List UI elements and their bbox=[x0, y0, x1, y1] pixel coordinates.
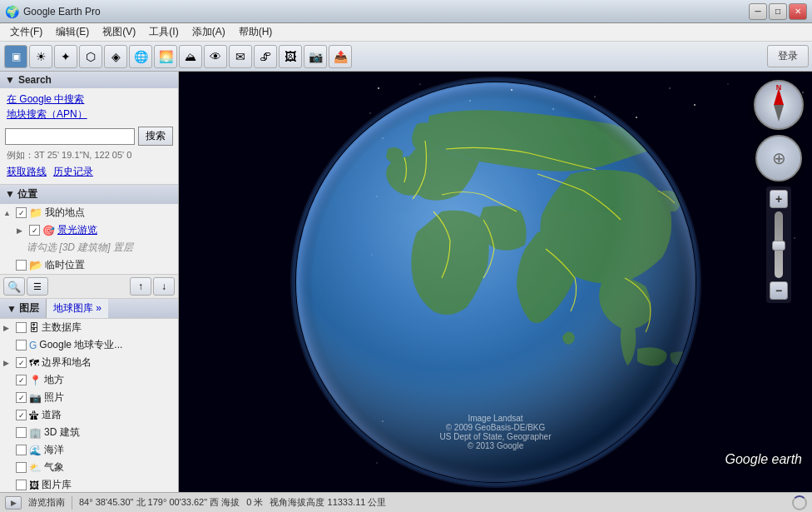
sightseeing-checkbox[interactable] bbox=[29, 225, 40, 236]
layer-3d-checkbox[interactable] bbox=[16, 427, 27, 438]
building-icon: 🏢 bbox=[29, 427, 42, 439]
move-up-btn[interactable]: ↑ bbox=[130, 277, 151, 296]
temp-places-checkbox[interactable] bbox=[16, 260, 27, 271]
menu-add[interactable]: 添加(A) bbox=[186, 23, 232, 41]
my-places-checkbox[interactable] bbox=[16, 207, 27, 218]
list-places-btn[interactable]: ☰ bbox=[27, 277, 48, 296]
toolbar-cam-btn[interactable]: 📷 bbox=[304, 45, 327, 68]
layer-roads-checkbox[interactable] bbox=[16, 410, 27, 420]
layer-google[interactable]: G Google 地球专业... bbox=[0, 336, 178, 354]
toolbar-terrain-btn[interactable]: ⛰ bbox=[179, 45, 202, 68]
places-header[interactable]: ▼ 位置 bbox=[0, 185, 178, 204]
layer-borders-checkbox[interactable] bbox=[16, 357, 27, 368]
places-toolbar: 🔍 ☰ ↑ ↓ bbox=[0, 274, 178, 298]
pan-control[interactable] bbox=[755, 135, 802, 181]
toolbar-sun-btn[interactable]: ☀ bbox=[29, 45, 52, 68]
menu-view[interactable]: 视图(V) bbox=[96, 23, 142, 41]
layer-ocean-label: 海洋 bbox=[44, 443, 64, 457]
layers-tab[interactable]: ▼ 图层 bbox=[0, 299, 46, 318]
search-button[interactable]: 搜索 bbox=[138, 127, 173, 146]
road-icon: 🛣 bbox=[29, 410, 39, 421]
search-example: 例如：3T 25' 19.1"N, 122 05' 0 bbox=[0, 147, 178, 163]
login-button[interactable]: 登录 bbox=[767, 45, 809, 67]
toolbar-link-btn[interactable]: 🖇 bbox=[254, 45, 277, 68]
layer-gallery[interactable]: 🖼 图片库 bbox=[0, 476, 178, 492]
earth-globe[interactable] bbox=[280, 72, 712, 492]
minimize-button[interactable]: ─ bbox=[749, 3, 767, 20]
sightseeing-item[interactable]: ▶ 🎯 景光游览 bbox=[0, 221, 178, 239]
titlebar: 🌍 Google Earth Pro ─ □ ✕ bbox=[0, 0, 812, 23]
toolbar-sky-btn[interactable]: 👁 bbox=[204, 45, 227, 68]
toolbar-poly-btn[interactable]: ◈ bbox=[104, 45, 127, 68]
layer-google-checkbox[interactable] bbox=[16, 340, 27, 350]
svg-point-3 bbox=[296, 82, 696, 482]
toolbar-share-btn[interactable]: 📤 bbox=[329, 45, 352, 68]
menu-file[interactable]: 文件(F) bbox=[3, 23, 49, 41]
maximize-button[interactable]: □ bbox=[769, 3, 787, 20]
toolbar-globe-btn[interactable]: 🌐 bbox=[129, 45, 152, 68]
layer-gallery-checkbox[interactable] bbox=[16, 480, 27, 490]
nav-controls: N + − bbox=[754, 80, 804, 303]
my-places-label: 我的地点 bbox=[45, 206, 85, 220]
layer-3d[interactable]: 🏢 3D 建筑 bbox=[0, 424, 178, 441]
toolbar-photo-btn[interactable]: 🌅 bbox=[154, 45, 177, 68]
close-button[interactable]: ✕ bbox=[789, 3, 807, 20]
search-places-btn[interactable]: 🔍 bbox=[3, 277, 25, 296]
layer-borders[interactable]: ▶ 🗺 边界和地名 bbox=[0, 354, 178, 371]
zoom-thumb[interactable] bbox=[772, 241, 785, 251]
borders-icon: 🗺 bbox=[29, 357, 39, 369]
zoom-track[interactable] bbox=[775, 211, 783, 278]
layer-places[interactable]: 📍 地方 bbox=[0, 371, 178, 389]
layer-ocean[interactable]: 🌊 海洋 bbox=[0, 441, 178, 459]
folder-icon: 📁 bbox=[29, 206, 42, 219]
earth-gallery-tab[interactable]: 地球图库 » bbox=[46, 299, 108, 318]
expander-icon: ▲ bbox=[3, 209, 13, 217]
layer-weather-checkbox[interactable] bbox=[16, 462, 27, 473]
layer-database-checkbox[interactable] bbox=[16, 322, 27, 333]
toolbar-add-btn[interactable]: ✦ bbox=[54, 45, 77, 68]
zoom-control: + − bbox=[766, 186, 791, 303]
map-area[interactable]: N + − Image Landsat © 2009 GeoBasis-DE/B… bbox=[179, 72, 812, 492]
layer-gallery-label: 图片库 bbox=[42, 478, 72, 492]
layer-3d-label: 3D 建筑 bbox=[44, 425, 80, 440]
layer-database[interactable]: ▶ 🗄 主数据库 bbox=[0, 319, 178, 336]
menu-tools[interactable]: 工具(I) bbox=[142, 23, 185, 41]
google-search-link[interactable]: 在 Google 中搜索 bbox=[7, 92, 171, 107]
layer-ocean-checkbox[interactable] bbox=[16, 445, 27, 455]
search-input[interactable] bbox=[5, 128, 135, 145]
history-link[interactable]: 历史记录 bbox=[53, 165, 93, 179]
coordinates-label: 84° 38'45.30" 北 179° 00'33.62" 西 海拔 bbox=[79, 496, 240, 509]
layer-roads[interactable]: 🛣 道路 bbox=[0, 406, 178, 424]
apn-search-link[interactable]: 地块搜索（APN） bbox=[7, 107, 171, 122]
search-header[interactable]: ▼ Search bbox=[0, 72, 178, 88]
layer-photos-label: 照片 bbox=[44, 390, 64, 405]
compass-south-arrow bbox=[774, 105, 784, 122]
my-places-item[interactable]: ▲ 📁 我的地点 bbox=[0, 204, 178, 221]
compass[interactable]: N bbox=[754, 80, 804, 130]
toolbar-view-btn[interactable]: ▣ bbox=[4, 45, 27, 68]
note-label: 请勾选 [3D 建筑物] 置层 bbox=[27, 241, 133, 255]
layer-weather[interactable]: ⛅ 气象 bbox=[0, 459, 178, 476]
app-icon: 🌍 bbox=[5, 5, 19, 18]
menu-help[interactable]: 帮助(H) bbox=[232, 23, 280, 41]
layer-places-checkbox[interactable] bbox=[16, 375, 27, 385]
toolbar-path-btn[interactable]: ⬡ bbox=[79, 45, 102, 68]
note-item: 请勾选 [3D 建筑物] 置层 bbox=[0, 239, 178, 256]
layers-triangle: ▼ bbox=[7, 303, 17, 315]
layer-photos[interactable]: 📷 照片 bbox=[0, 389, 178, 406]
move-down-btn[interactable]: ↓ bbox=[153, 277, 175, 296]
toolbar-mail-btn[interactable]: ✉ bbox=[229, 45, 252, 68]
temp-places-item[interactable]: 📂 临时位置 bbox=[0, 256, 178, 274]
zoom-out-button[interactable]: − bbox=[770, 281, 788, 300]
menu-edit[interactable]: 编辑(E) bbox=[49, 23, 96, 41]
expander2-icon: ▶ bbox=[17, 226, 27, 235]
search-section: ▼ Search 在 Google 中搜索 地块搜索（APN） 搜索 例如：3T… bbox=[0, 72, 178, 185]
view-altitude-label: 视角海拔高度 11333.11 公里 bbox=[270, 496, 386, 509]
layers-title: 图层 bbox=[19, 301, 39, 316]
toolbar: ▣ ☀ ✦ ⬡ ◈ 🌐 🌅 ⛰ 👁 ✉ 🖇 🖼 📷 📤 登录 bbox=[0, 42, 812, 72]
toolbar-img-btn[interactable]: 🖼 bbox=[279, 45, 302, 68]
get-directions-link[interactable]: 获取路线 bbox=[7, 165, 47, 179]
zoom-in-button[interactable]: + bbox=[770, 190, 788, 208]
layer-photos-checkbox[interactable] bbox=[16, 392, 27, 403]
tour-icon: 🎯 bbox=[42, 225, 55, 236]
